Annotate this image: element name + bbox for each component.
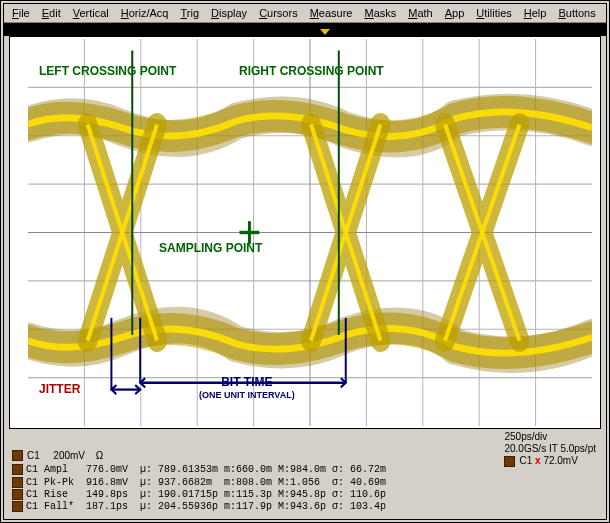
volts-per-div: 200mV — [53, 450, 85, 461]
channel-id: C1 — [27, 450, 40, 461]
menu-trig[interactable]: Trig — [177, 6, 204, 20]
trigger-x-icon: x — [535, 455, 541, 466]
top-black-band — [4, 23, 606, 36]
menu-buttons[interactable]: Buttons — [554, 6, 599, 20]
meas-swatch-icon — [12, 464, 23, 475]
plot-area: LEFT CROSSING POINT RIGHT CROSSING POINT… — [9, 36, 601, 429]
trigger-level: 72.0mV — [543, 455, 577, 466]
menu-vertical[interactable]: Vertical — [69, 6, 113, 20]
eye-diagram-svg — [28, 39, 592, 426]
menu-horizacq[interactable]: Horiz/Acq — [117, 6, 173, 20]
menu-display[interactable]: Display — [207, 6, 251, 20]
channel-swatch-icon — [12, 450, 23, 461]
trigger-indicator-icon — [320, 29, 330, 35]
menu-file[interactable]: File — [8, 6, 34, 20]
menu-app[interactable]: App — [441, 6, 469, 20]
meas-swatch-icon — [12, 489, 23, 500]
measurement-row-fall: C1 Fall* 187.1ps µ: 204.55936p m:117.9p … — [12, 501, 386, 513]
menu-masks[interactable]: Masks — [360, 6, 400, 20]
waveform-display[interactable] — [9, 36, 601, 429]
menu-edit[interactable]: Edit — [38, 6, 65, 20]
menu-bar: FileEditVerticalHoriz/AcqTrigDisplayCurs… — [4, 4, 606, 23]
menu-cursors[interactable]: Cursors — [255, 6, 302, 20]
oscilloscope-window: FileEditVerticalHoriz/AcqTrigDisplayCurs… — [0, 0, 610, 523]
trigger-channel: C1 — [519, 455, 532, 466]
measurement-row-pkpk: C1 Pk-Pk 916.8mV µ: 937.6682m m:808.0m M… — [12, 477, 386, 489]
menu-utilities[interactable]: Utilities — [472, 6, 515, 20]
acquisition-readout: 250ps/div 20.0GS/s IT 5.0ps/pt C1 x 72.0… — [504, 431, 596, 467]
menu-math[interactable]: Math — [404, 6, 436, 20]
sample-rate: 20.0GS/s IT 5.0ps/pt — [504, 443, 596, 455]
menu-help[interactable]: Help — [520, 6, 551, 20]
measurement-row-ampl: C1 Ampl 776.0mV µ: 789.61353m m:660.0m M… — [12, 464, 386, 476]
meas-swatch-icon — [12, 477, 23, 488]
measurement-table: C1 Ampl 776.0mV µ: 789.61353m m:660.0m M… — [12, 464, 386, 513]
meas-swatch-icon — [12, 501, 23, 512]
trigger-readout: C1 x 72.0mV — [504, 455, 596, 467]
trigger-swatch-icon — [504, 456, 515, 467]
ohm-icon: Ω — [96, 450, 103, 461]
measurement-row-rise: C1 Rise 149.8ps µ: 190.01715p m:115.3p M… — [12, 489, 386, 501]
timebase: 250ps/div — [504, 431, 596, 443]
menu-measure[interactable]: Measure — [306, 6, 357, 20]
channel-readout: C1 200mV Ω — [12, 450, 103, 461]
